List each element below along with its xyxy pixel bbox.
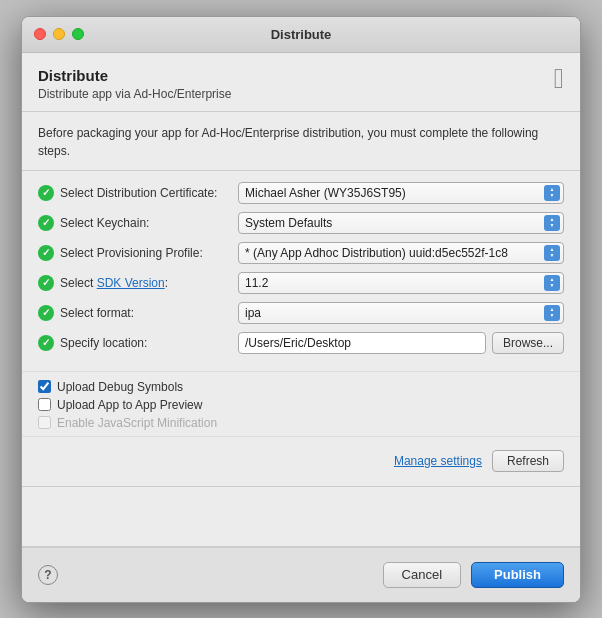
browse-button[interactable]: Browse... (492, 332, 564, 354)
sdk-version-row: Select SDK Version: 11.2 (38, 271, 564, 295)
upload-app-preview-checkbox[interactable] (38, 398, 51, 411)
sdk-version-select-wrapper: 11.2 (238, 272, 564, 294)
check-icon-sdk (38, 275, 54, 291)
header-title: Distribute (38, 67, 231, 84)
footer-buttons: Cancel Publish (383, 562, 564, 588)
sdk-version-label: Select SDK Version: (38, 275, 238, 291)
check-icon-format (38, 305, 54, 321)
location-input-row: Browse... (238, 332, 564, 354)
format-select-wrapper: ipa (238, 302, 564, 324)
header-section: Distribute Distribute app via Ad-Hoc/Ent… (22, 53, 580, 112)
sdk-version-control: 11.2 (238, 272, 564, 294)
upload-app-preview-row: Upload App to App Preview (38, 398, 564, 412)
check-icon-location (38, 335, 54, 351)
keychain-select-wrapper: System Defaults (238, 212, 564, 234)
header-subtitle: Distribute app via Ad-Hoc/Enterprise (38, 87, 231, 101)
location-label: Specify location: (38, 335, 238, 351)
manage-settings-link[interactable]: Manage settings (394, 454, 482, 468)
form-section: Select Distribution Certificate: Michael… (22, 171, 580, 371)
info-section: Before packaging your app for Ad-Hoc/Ent… (22, 112, 580, 171)
actions-section: Manage settings Refresh (22, 437, 580, 487)
format-control: ipa (238, 302, 564, 324)
keychain-label: Select Keychain: (38, 215, 238, 231)
info-text: Before packaging your app for Ad-Hoc/Ent… (38, 124, 564, 160)
check-icon-certificate (38, 185, 54, 201)
location-input[interactable] (238, 332, 486, 354)
provisioning-profile-select-wrapper: * (Any App Adhoc Distribution) uuid:d5ec… (238, 242, 564, 264)
keychain-control: System Defaults (238, 212, 564, 234)
provisioning-profile-row: Select Provisioning Profile: * (Any App … (38, 241, 564, 265)
provisioning-profile-select[interactable]: * (Any App Adhoc Distribution) uuid:d5ec… (238, 242, 564, 264)
format-row: Select format: ipa (38, 301, 564, 325)
distribution-certificate-row: Select Distribution Certificate: Michael… (38, 181, 564, 205)
close-button[interactable] (34, 28, 46, 40)
upload-debug-symbols-label: Upload Debug Symbols (57, 380, 183, 394)
check-icon-keychain (38, 215, 54, 231)
upload-app-preview-label: Upload App to App Preview (57, 398, 202, 412)
sdk-version-select[interactable]: 11.2 (238, 272, 564, 294)
help-button[interactable]: ? (38, 565, 58, 585)
distribution-certificate-control: Michael Asher (WY35J6ST95) (238, 182, 564, 204)
format-label: Select format: (38, 305, 238, 321)
checkbox-section: Upload Debug Symbols Upload App to App P… (22, 371, 580, 437)
distribution-certificate-label: Select Distribution Certificate: (38, 185, 238, 201)
title-bar: Distribute (22, 17, 580, 53)
footer-section: ? Cancel Publish (22, 547, 580, 602)
header-content: Distribute Distribute app via Ad-Hoc/Ent… (38, 67, 231, 101)
keychain-row: Select Keychain: System Defaults (38, 211, 564, 235)
minimize-button[interactable] (53, 28, 65, 40)
refresh-button[interactable]: Refresh (492, 450, 564, 472)
distribute-window: Distribute Distribute Distribute app via… (21, 16, 581, 603)
enable-js-minification-label: Enable JavaScript Minification (57, 416, 217, 430)
check-icon-provisioning (38, 245, 54, 261)
upload-debug-symbols-row: Upload Debug Symbols (38, 380, 564, 394)
maximize-button[interactable] (72, 28, 84, 40)
apple-logo-icon:  (554, 63, 564, 95)
distribution-certificate-select-wrapper: Michael Asher (WY35J6ST95) (238, 182, 564, 204)
location-control: Browse... (238, 332, 564, 354)
format-select[interactable]: ipa (238, 302, 564, 324)
provisioning-profile-control: * (Any App Adhoc Distribution) uuid:d5ec… (238, 242, 564, 264)
publish-button[interactable]: Publish (471, 562, 564, 588)
location-row: Specify location: Browse... (38, 331, 564, 355)
enable-js-minification-checkbox (38, 416, 51, 429)
traffic-lights (34, 28, 84, 40)
window-title: Distribute (271, 27, 332, 42)
distribution-certificate-select[interactable]: Michael Asher (WY35J6ST95) (238, 182, 564, 204)
enable-js-minification-row: Enable JavaScript Minification (38, 416, 564, 430)
sdk-version-link[interactable]: SDK Version (97, 276, 165, 290)
cancel-button[interactable]: Cancel (383, 562, 461, 588)
keychain-select[interactable]: System Defaults (238, 212, 564, 234)
provisioning-profile-label: Select Provisioning Profile: (38, 245, 238, 261)
empty-space (22, 487, 580, 547)
upload-debug-symbols-checkbox[interactable] (38, 380, 51, 393)
